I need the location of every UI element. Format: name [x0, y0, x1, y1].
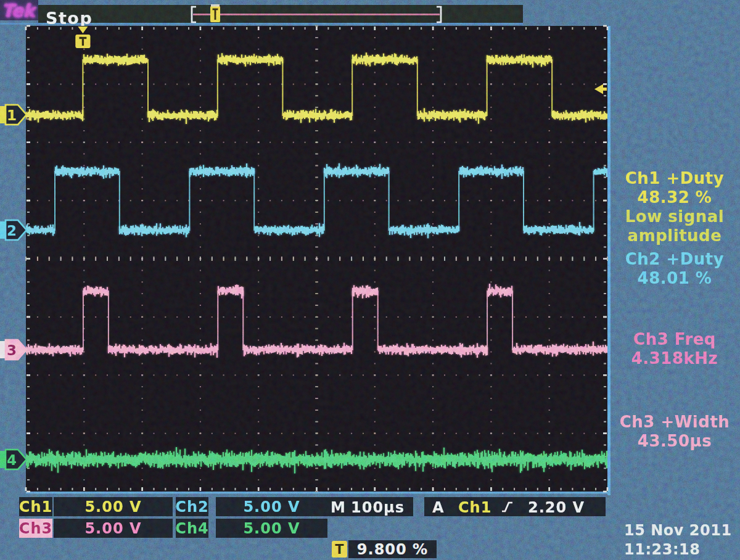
svg-text:4: 4 [7, 452, 17, 468]
svg-text:3: 3 [7, 342, 17, 358]
ch1-label: Ch1 [19, 497, 52, 516]
record-view-window [193, 14, 440, 15]
measurement-value: 43.50µs [609, 432, 740, 451]
date-display: 15 Nov 2011 [624, 521, 740, 540]
measurement-ch2-duty: Ch2 +Duty 48.01 % [609, 250, 740, 288]
measurement-label: Ch3 Freq [609, 330, 740, 349]
ch2-scale: 5.00 V [216, 497, 327, 516]
channel-marker-ch1: 1 [0, 105, 27, 125]
trigger-mode-label: A [432, 499, 445, 516]
measurement-label: Ch1 +Duty [609, 169, 740, 188]
measurement-warning-line1: Low signal [609, 207, 740, 226]
trigger-position: 9.800 % [348, 540, 437, 558]
ch3-scale: 5.00 V [54, 519, 173, 538]
measurement-label: Ch2 +Duty [609, 250, 740, 269]
record-view-bar [192, 4, 441, 22]
timebase-value: 100µs [351, 499, 405, 516]
trigger-position-flag-icon: T [332, 541, 347, 558]
timebase-label: M [331, 499, 346, 516]
ch4-label: Ch4 [176, 519, 208, 538]
trigger-source: Ch1 [458, 499, 491, 516]
timebase-readout: M 100µs [326, 497, 413, 516]
time-display: 11:23:18 [624, 540, 740, 559]
measurement-warning-line2: amplitude [609, 226, 740, 245]
ch1-scale: 5.00 V [54, 497, 173, 516]
measurement-value: 48.32 % [609, 188, 740, 207]
channel-marker-ch2: 2 [0, 220, 27, 240]
measurement-value: 48.01 % [609, 269, 740, 288]
measurement-label: Ch3 +Width [609, 413, 740, 432]
ch4-scale: 5.00 V [216, 519, 327, 538]
svg-text:1: 1 [7, 107, 17, 123]
measurement-value: 4.318kHz [609, 349, 740, 368]
trigger-slope-rising-icon [501, 501, 514, 513]
measurement-ch3-freq: Ch3 Freq 4.318kHz [609, 330, 740, 368]
svg-text:2: 2 [7, 223, 17, 239]
channel-marker-ch3: 3 [0, 340, 27, 360]
channel-marker-ch4: 4 [0, 450, 27, 469]
measurement-ch1-duty: Ch1 +Duty 48.32 % Low signal amplitude [609, 169, 740, 245]
ch2-label: Ch2 [176, 497, 208, 516]
ch3-label: Ch3 [19, 519, 52, 538]
trigger-readout: A Ch1 2.20 V [424, 497, 606, 516]
trigger-level: 2.20 V [528, 499, 585, 516]
measurement-ch3-width: Ch3 +Width 43.50µs [609, 413, 740, 451]
oscilloscope-screen: Tek Stop 1234 Ch1 5.00 V Ch2 5.00 V M 10… [0, 0, 740, 560]
